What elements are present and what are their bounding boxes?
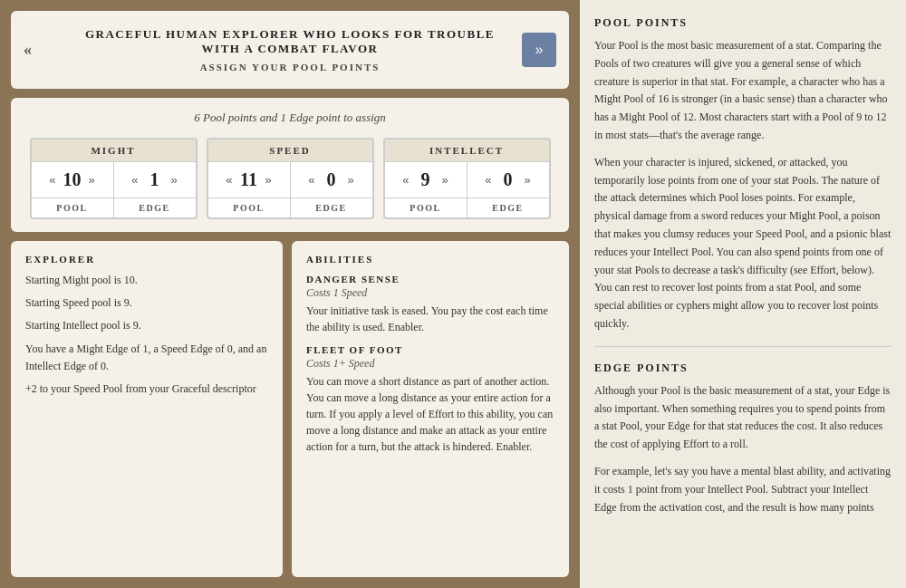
ability-0-cost: Costs 1 Speed <box>306 286 554 300</box>
intellect-pool-value: 9 <box>416 169 436 190</box>
edge-points-sidebar-text: Although your Pool is the basic measurem… <box>594 382 892 517</box>
pool-points-label: 6 Pool points and 1 Edge point to assign <box>25 111 554 125</box>
sidebar-divider <box>594 346 892 347</box>
explorer-title: EXPLORER <box>25 254 268 265</box>
header-card: « Graceful Human Explorer Who Looks for … <box>11 11 569 89</box>
might-footer: POOL EDGE <box>32 198 196 217</box>
intellect-header: INTELLECT <box>385 140 549 162</box>
explorer-line-1: Starting Speed pool is 9. <box>25 294 268 312</box>
might-edge-value: 1 <box>145 169 165 190</box>
ability-0-name: DANGER SENSE <box>306 274 554 284</box>
ability-1-desc: You can move a short distance as part of… <box>306 373 554 455</box>
edge-points-para-1: Although your Pool is the basic measurem… <box>594 382 892 454</box>
intellect-edge-value: 0 <box>498 169 518 190</box>
pool-points-sidebar-title: POOL POINTS <box>594 16 892 30</box>
speed-edge-decrement[interactable]: « <box>305 172 317 188</box>
speed-pool-decrement[interactable]: « <box>223 172 235 188</box>
abilities-panel: ABILITIES DANGER SENSE Costs 1 Speed You… <box>292 241 569 577</box>
might-pool-group: « 10 » <box>32 162 113 198</box>
intellect-footer: POOL EDGE <box>385 198 549 217</box>
might-edge-increment[interactable]: » <box>169 172 180 188</box>
might-edge-group: « 1 » <box>113 162 196 198</box>
intellect-pool-increment[interactable]: » <box>439 172 451 188</box>
ability-1-cost: Costs 1+ Speed <box>306 357 554 371</box>
might-values: « 10 » « 1 » <box>32 162 196 198</box>
edge-points-para-2: For example, let's say you have a mental… <box>594 463 892 516</box>
ability-1-name: FLEET OF FOOT <box>306 344 554 355</box>
page-title: Graceful Human Explorer Who Looks for Tr… <box>65 27 515 56</box>
explorer-line-0: Starting Might pool is 10. <box>25 272 268 289</box>
speed-stat-box: SPEED « 11 » « 0 » POOL EDGE <box>207 138 374 219</box>
intellect-edge-decrement[interactable]: « <box>482 172 494 188</box>
speed-edge-group: « 0 » <box>290 162 372 198</box>
intellect-values: « 9 » « 0 » <box>385 162 549 198</box>
pool-points-sidebar-text: Your Pool is the most basic measurement … <box>594 37 892 333</box>
intellect-edge-group: « 0 » <box>467 162 549 198</box>
pool-points-para-2: When your character is injured, sickened… <box>594 154 892 333</box>
intellect-pool-group: « 9 » <box>385 162 467 198</box>
abilities-title: ABILITIES <box>306 254 554 265</box>
speed-edge-value: 0 <box>322 169 342 190</box>
ability-0-desc: Your initiative task is eased. You pay t… <box>306 303 554 335</box>
intellect-pool-decrement[interactable]: « <box>400 172 411 188</box>
might-edge-decrement[interactable]: « <box>129 172 140 188</box>
intellect-edge-label: EDGE <box>467 198 549 217</box>
might-pool-label: POOL <box>32 198 113 217</box>
intellect-stat-box: INTELLECT « 9 » « 0 » POOL EDGE <box>383 138 551 219</box>
intellect-pool-label: POOL <box>385 198 467 217</box>
might-pool-increment[interactable]: » <box>86 172 98 188</box>
pool-points-card: 6 Pool points and 1 Edge point to assign… <box>11 98 569 232</box>
speed-footer: POOL EDGE <box>208 198 372 217</box>
pool-points-para-1: Your Pool is the most basic measurement … <box>594 37 892 145</box>
speed-values: « 11 » « 0 » <box>208 162 372 198</box>
main-area: « Graceful Human Explorer Who Looks for … <box>0 0 580 588</box>
speed-pool-group: « 11 » <box>208 162 290 198</box>
edge-points-sidebar-title: EDGE POINTS <box>594 361 892 375</box>
intellect-edge-increment[interactable]: » <box>522 172 534 188</box>
speed-edge-increment[interactable]: » <box>345 172 357 188</box>
explorer-line-2: Starting Intellect pool is 9. <box>25 317 268 334</box>
bottom-panels: EXPLORER Starting Might pool is 10. Star… <box>11 241 569 577</box>
nav-prev-button[interactable]: « <box>24 41 32 60</box>
explorer-line-4: You have a Might Edge of 1, a Speed Edge… <box>25 341 268 375</box>
might-stat-box: MIGHT « 10 » « 1 » POOL EDGE <box>30 138 198 219</box>
explorer-text: Starting Might pool is 10. Starting Spee… <box>25 272 268 398</box>
speed-pool-label: POOL <box>208 198 290 217</box>
nav-next-button[interactable]: » <box>522 33 556 67</box>
might-pool-value: 10 <box>63 169 82 190</box>
might-pool-decrement[interactable]: « <box>46 172 58 188</box>
stat-columns: MIGHT « 10 » « 1 » POOL EDGE <box>25 138 554 219</box>
speed-pool-value: 11 <box>239 169 259 190</box>
might-edge-label: EDGE <box>113 198 196 217</box>
speed-pool-increment[interactable]: » <box>263 172 275 188</box>
explorer-panel: EXPLORER Starting Might pool is 10. Star… <box>11 241 283 577</box>
might-header: MIGHT <box>32 140 196 162</box>
explorer-line-6: +2 to your Speed Pool from your Graceful… <box>25 381 268 398</box>
right-sidebar: POOL POINTS Your Pool is the most basic … <box>580 0 906 588</box>
page-subtitle: Assign Your Pool Points <box>65 62 515 72</box>
speed-header: SPEED <box>208 140 372 162</box>
speed-edge-label: EDGE <box>290 198 372 217</box>
